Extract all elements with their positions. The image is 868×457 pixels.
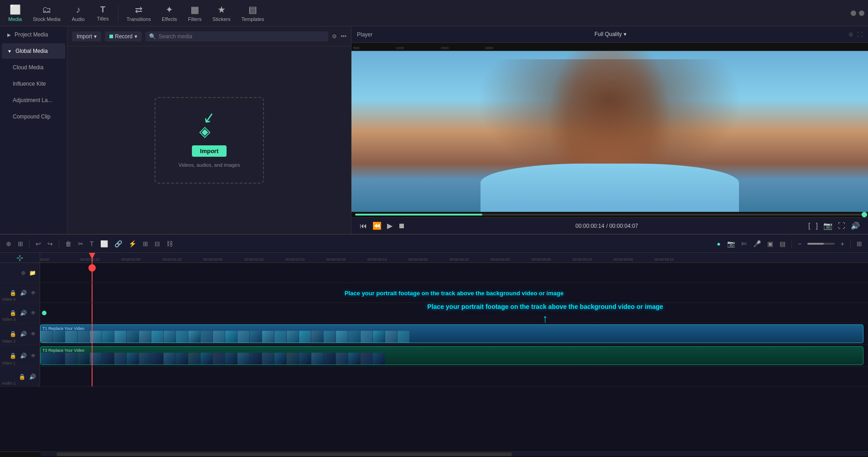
timeline-chain-button[interactable]: ⛓	[164, 238, 175, 249]
thumb	[127, 331, 139, 343]
video-clip-2[interactable]: T1 Replace Your Video	[40, 324, 863, 343]
maximize-btn[interactable]	[859, 10, 864, 16]
thumb	[348, 331, 360, 343]
add-track-icon[interactable]: ⊕	[20, 269, 26, 277]
zoom-out-button[interactable]: −	[796, 238, 804, 249]
timeline-subtitle-button[interactable]: ▤	[777, 238, 788, 249]
track-eye3-icon[interactable]: 👁	[30, 330, 37, 338]
thumb-t	[373, 353, 385, 365]
playback-timeline[interactable]	[351, 212, 868, 217]
clip-end-button[interactable]: ]	[815, 221, 819, 231]
toolbar-filters[interactable]: ▦ Filters	[183, 2, 206, 25]
toolbar-audio[interactable]: ♪ Audio	[67, 2, 90, 25]
timeline-add-track-button[interactable]: ⊕	[4, 238, 14, 249]
timeline-ungroup-button[interactable]: ⊟	[152, 238, 162, 249]
tl-divider4	[850, 239, 851, 248]
video-clip-1[interactable]: T3 Replace Your Video	[40, 346, 863, 365]
timeline-pip-button[interactable]: ▣	[765, 238, 775, 249]
more-icon[interactable]: •••	[341, 33, 346, 40]
timeline-group-button[interactable]: ⊞	[140, 238, 150, 249]
record-button[interactable]: Record ▾	[105, 31, 142, 41]
play-button[interactable]: ▶	[386, 221, 393, 231]
scrollbar-thumb[interactable]	[57, 452, 512, 456]
import-main-button[interactable]: Import	[192, 145, 227, 157]
thumb-t	[348, 353, 360, 365]
zoom-slider[interactable]	[807, 243, 835, 245]
sidebar-item-influence-kit[interactable]: Influence Kite	[2, 76, 65, 92]
track-row-video3: Video 3 🔒 🔊 👁	[0, 303, 868, 323]
track-lock3-icon[interactable]: 🔒	[9, 330, 17, 338]
timeline-mic-button[interactable]: 🎤	[751, 238, 763, 249]
timeline-cut-button[interactable]: ✂	[76, 238, 86, 249]
timeline-detach-button[interactable]: ⚡	[126, 238, 139, 249]
timeline-undo-button[interactable]: ↩	[33, 238, 43, 249]
timeline-text-button[interactable]: T	[88, 238, 96, 249]
player-settings-icon[interactable]: ⚙	[848, 31, 853, 38]
track-audio4-icon[interactable]: 🔊	[19, 352, 28, 360]
fullscreen-button[interactable]: ⛶	[837, 221, 846, 231]
timeline-thumb[interactable]	[862, 212, 867, 217]
track-audio5-icon[interactable]: 🔊	[28, 373, 37, 381]
toolbar-titles[interactable]: T Titles	[92, 2, 114, 25]
player-fullscreen-icon[interactable]: ⛶	[857, 31, 863, 38]
search-input[interactable]	[159, 33, 325, 40]
track-folder-icon[interactable]: 📁	[28, 269, 37, 277]
clip2-thumbnails	[41, 325, 409, 343]
track-row-video2: Video 2 🔒 🔊 👁 T1 Replace Your Video	[0, 323, 868, 345]
track-lock2-icon[interactable]: 🔒	[9, 309, 17, 317]
sidebar-item-adjustment-layer[interactable]: Adjustment La...	[2, 92, 65, 108]
toolbar-templates[interactable]: ▤ Templates	[237, 2, 269, 25]
thumb-t	[299, 353, 311, 365]
timeline-right-controls: ● 📷 ✄ 🎤 ▣ ▤ − + ⊞	[714, 238, 864, 249]
clip-start-button[interactable]: [	[807, 221, 811, 231]
filter-icon[interactable]: ⚙	[332, 33, 337, 40]
import-drop-zone[interactable]: ↙ ◈ Import Videos, audios, and images	[155, 97, 264, 184]
sidebar-item-compound-clip[interactable]: Compound Clip	[2, 109, 65, 124]
track-lock5-icon[interactable]: 🔒	[18, 373, 26, 381]
toolbar-stickers[interactable]: ★ Stickers	[208, 2, 235, 25]
sidebar-item-project-media[interactable]: ▶ Project Media	[2, 27, 65, 42]
transitions-icon: ⇄	[135, 4, 143, 15]
snap-icon[interactable]: ⊹	[16, 253, 23, 263]
timeline-box-button[interactable]: ⬜	[98, 238, 110, 249]
ruler-mark: 00:00:06:10	[655, 257, 696, 262]
thumb	[250, 331, 262, 343]
sidebar-item-global-media[interactable]: ▼ Global Media	[2, 43, 65, 59]
timeline-grid-button[interactable]: ⊞	[854, 238, 864, 249]
toolbar-stock-media[interactable]: 🗂 Stock Media	[28, 2, 65, 25]
quality-selector[interactable]: Full Quality ▾	[589, 26, 632, 43]
timeline-track[interactable]	[355, 214, 864, 216]
track-audio3-icon[interactable]: 🔊	[19, 330, 28, 338]
track-audio-icon[interactable]: 🔊	[19, 289, 28, 297]
timeline-camera-button[interactable]: 📷	[725, 238, 737, 249]
import-button[interactable]: Import ▾	[72, 31, 101, 41]
toolbar-effects[interactable]: ✦ Effects	[157, 2, 181, 25]
sidebar-item-cloud-media[interactable]: Cloud Media	[2, 60, 65, 75]
track-eye-icon[interactable]: 👁	[30, 289, 37, 297]
toolbar-icons: ⚙ •••	[332, 33, 346, 40]
timeline-magnet-button[interactable]: ⊞	[16, 238, 26, 249]
track-lock-icon[interactable]: 🔒	[9, 289, 17, 297]
toolbar-transitions[interactable]: ⇄ Transitions	[122, 2, 155, 25]
track-eye4-icon[interactable]: 👁	[30, 352, 37, 360]
player-header: Player Full Quality ▾ ⚙ ⛶	[351, 26, 868, 43]
toolbar-media[interactable]: ⬜ Media	[4, 2, 26, 25]
timeline-scrollbar[interactable]	[0, 452, 868, 457]
stock-icon: 🗂	[42, 5, 51, 15]
track-lock4-icon[interactable]: 🔒	[9, 352, 17, 360]
zoom-in-button[interactable]: +	[838, 238, 847, 249]
screenshot-button[interactable]: 📷	[822, 221, 833, 231]
timeline-render-button[interactable]: ●	[714, 238, 723, 249]
track-eye2-icon[interactable]: 👁	[30, 309, 37, 317]
timeline-clip-button[interactable]: ✄	[739, 238, 749, 249]
step-back-button[interactable]: ⏮	[359, 221, 368, 231]
thumb	[274, 331, 286, 343]
timeline-delete-button[interactable]: 🗑	[63, 238, 74, 249]
stop-button[interactable]: ⏹	[397, 221, 406, 231]
minimize-btn[interactable]	[851, 10, 856, 16]
timeline-link-button[interactable]: 🔗	[112, 238, 124, 249]
track-audio2-icon[interactable]: 🔊	[19, 309, 28, 317]
frame-back-button[interactable]: ⏪	[372, 221, 382, 231]
timeline-redo-button[interactable]: ↪	[45, 238, 55, 249]
volume-button[interactable]: 🔊	[850, 221, 861, 231]
